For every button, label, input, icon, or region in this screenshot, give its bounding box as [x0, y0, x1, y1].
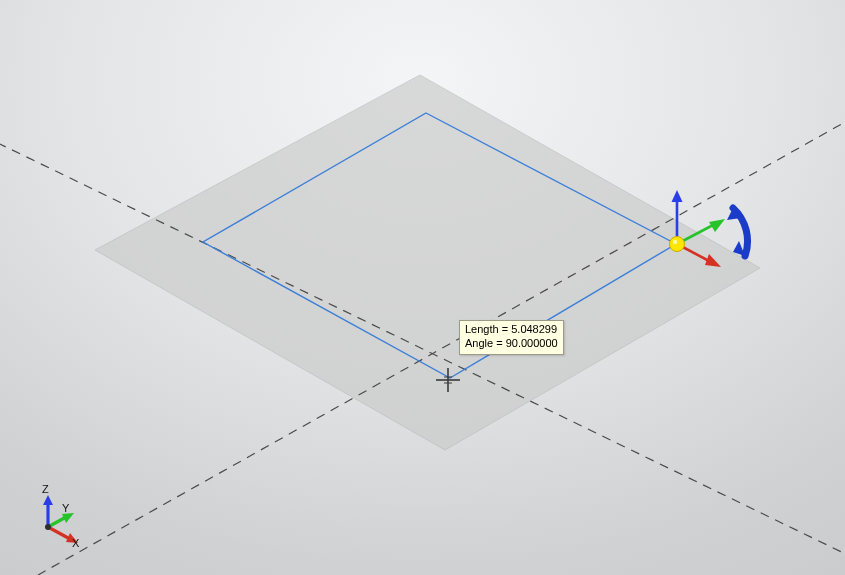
tooltip-line-length: Length = 5.048299 — [465, 323, 558, 337]
cad-3d-viewport[interactable]: Length = 5.048299 Angle = 90.000000 — [0, 0, 845, 575]
wcs-label-x: X — [72, 537, 79, 549]
sketch-plane — [95, 75, 760, 450]
tooltip-angle-label: Angle — [465, 337, 493, 349]
gizmo-center-highlight — [673, 240, 677, 244]
svg-marker-17 — [43, 495, 53, 505]
gizmo-center-handle[interactable] — [670, 237, 685, 252]
svg-marker-15 — [62, 513, 74, 523]
svg-marker-7 — [709, 219, 725, 232]
wcs-axis-z — [43, 495, 53, 527]
svg-line-14 — [48, 517, 66, 527]
measurement-tooltip: Length = 5.048299 Angle = 90.000000 — [459, 320, 564, 355]
svg-point-18 — [45, 524, 51, 530]
tooltip-length-value: 5.048299 — [511, 323, 557, 335]
svg-marker-5 — [672, 190, 683, 202]
wcs-label-z: Z — [42, 483, 49, 495]
wcs-triad: Z Y X — [22, 485, 92, 555]
tooltip-angle-value: 90.000000 — [506, 337, 558, 349]
tooltip-line-angle: Angle = 90.000000 — [465, 337, 558, 351]
svg-line-12 — [48, 527, 70, 539]
wcs-label-y: Y — [62, 502, 69, 514]
tooltip-length-label: Length — [465, 323, 499, 335]
gizmo-rotate-arc[interactable] — [727, 208, 748, 256]
wcs-axis-y — [48, 513, 74, 527]
scene-canvas[interactable] — [0, 0, 845, 575]
